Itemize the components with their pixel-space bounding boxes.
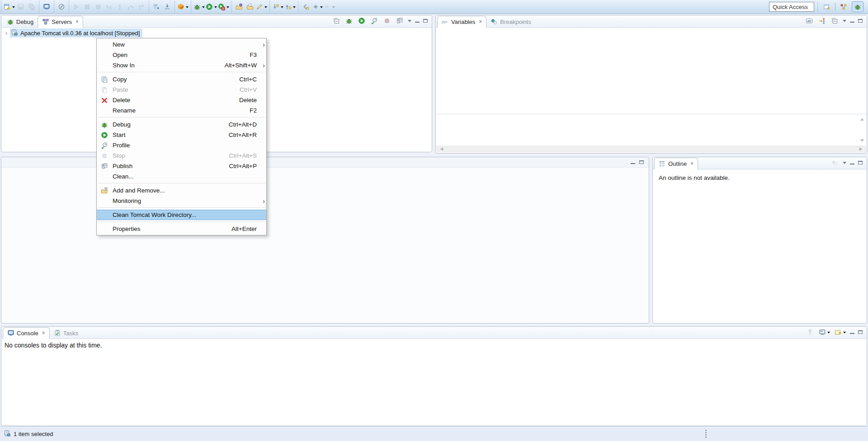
add-remove-icon <box>101 187 108 194</box>
link-with-editor-icon <box>831 159 838 166</box>
menu-item-show-in[interactable]: Show InAlt+Shift+W› <box>97 60 266 70</box>
javaee-perspective-button[interactable] <box>838 2 849 12</box>
back-button[interactable] <box>311 2 323 12</box>
menu-item-properties[interactable]: PropertiesAlt+Enter <box>97 224 266 234</box>
open-console-button[interactable] <box>834 328 846 336</box>
previous-annotation-button[interactable] <box>284 2 296 12</box>
menu-item-clean-tomcat-work-directory[interactable]: Clean Tomcat Work Directory... <box>97 210 266 220</box>
menu-item-profile[interactable]: Profile <box>97 140 266 150</box>
console-view: Console×Tasks No consoles to display at … <box>1 326 867 426</box>
java-cube-button[interactable] <box>177 2 189 12</box>
menu-item-add-and-remove[interactable]: Add and Remove... <box>97 185 266 196</box>
scroll-up-icon[interactable] <box>860 116 864 121</box>
collapse-all-button[interactable] <box>830 17 839 25</box>
menu-item-start[interactable]: StartCtrl+Alt+R <box>97 130 266 140</box>
run-button[interactable] <box>357 17 366 25</box>
menu-item-rename[interactable]: RenameF2 <box>97 105 266 116</box>
dropdown-arrow-icon[interactable] <box>843 332 846 335</box>
quick-access-box[interactable]: Quick Access <box>769 2 814 12</box>
dropdown-arrow-icon[interactable] <box>12 6 15 9</box>
scroll-down-icon[interactable] <box>860 139 864 144</box>
close-tab-icon[interactable]: × <box>42 330 45 336</box>
toolbar-group <box>191 1 231 13</box>
maximize-icon[interactable] <box>858 330 863 334</box>
coverage-button[interactable] <box>217 2 230 12</box>
skip-breakpoints-button[interactable] <box>56 2 67 12</box>
dropdown-arrow-icon[interactable] <box>264 6 267 9</box>
minimize-icon[interactable] <box>631 160 635 164</box>
tab-tasks[interactable]: Tasks <box>50 327 82 339</box>
scroll-left-icon[interactable] <box>439 147 443 151</box>
show-type-names-button[interactable]: ab <box>805 17 814 25</box>
tab-servers[interactable]: Servers× <box>38 16 83 28</box>
collapse-all-button[interactable] <box>332 17 341 25</box>
vertical-scrollbar[interactable] <box>859 116 865 144</box>
maximize-icon[interactable] <box>858 19 863 23</box>
maximize-icon[interactable] <box>639 160 644 164</box>
minimize-icon[interactable] <box>850 19 854 23</box>
minimize-icon[interactable] <box>850 161 854 164</box>
variables-tree-area <box>436 28 866 114</box>
tab-label: Outline <box>668 160 687 167</box>
profile-button[interactable] <box>370 17 379 25</box>
tab-outline[interactable]: Outline× <box>654 158 698 169</box>
view-menu-icon[interactable] <box>843 160 846 166</box>
menu-item-debug[interactable]: DebugCtrl+Alt+D <box>97 119 266 130</box>
scroll-right-icon[interactable] <box>859 147 864 151</box>
open-type-button[interactable] <box>234 2 245 12</box>
tree-row-apache-tomcat[interactable]: › Apache Tomcat v8.0.36 at localhost [St… <box>2 28 431 38</box>
show-logical-structure-button[interactable] <box>817 17 826 25</box>
external-tools-button[interactable] <box>255 2 268 12</box>
dropdown-arrow-icon[interactable] <box>202 6 205 9</box>
drop-to-frame-button[interactable] <box>151 2 162 12</box>
close-tab-icon[interactable]: × <box>479 19 482 24</box>
dropdown-arrow-icon[interactable] <box>226 6 229 9</box>
next-annotation-button[interactable] <box>272 2 284 12</box>
paste-icon <box>101 86 108 94</box>
menu-item-monitoring[interactable]: Monitoring› <box>97 196 266 206</box>
menu-item-open[interactable]: OpenF3 <box>97 50 266 60</box>
tab-debug[interactable]: Debug <box>3 16 38 28</box>
display-console-button[interactable] <box>818 328 830 336</box>
menu-item-clean[interactable]: Clean... <box>97 171 266 182</box>
close-tab-icon[interactable]: × <box>690 161 693 166</box>
tab-variables[interactable]: (x)=Variables× <box>437 16 486 28</box>
view-menu-icon[interactable] <box>408 18 411 24</box>
expand-arrow-icon[interactable]: › <box>3 29 10 37</box>
menu-item-copy[interactable]: CopyCtrl+C <box>97 74 266 84</box>
publish-button[interactable] <box>395 17 404 25</box>
selected-server-item[interactable]: Apache Tomcat v8.0.36 at localhost [Stop… <box>10 28 142 38</box>
run-button[interactable] <box>205 2 217 12</box>
new-wizard-button[interactable] <box>3 2 15 12</box>
menu-item-delete[interactable]: DeleteDelete <box>97 95 266 105</box>
menu-item-new[interactable]: New› <box>97 39 266 50</box>
minimize-icon[interactable] <box>415 19 420 23</box>
console-view-button[interactable] <box>41 2 52 12</box>
dropdown-arrow-icon[interactable] <box>186 6 189 9</box>
step-filters-button[interactable] <box>162 2 173 12</box>
debug-button[interactable] <box>193 2 205 12</box>
horizontal-scrollbar[interactable] <box>436 145 866 153</box>
last-edit-location-button[interactable] <box>300 2 311 12</box>
menu-item-publish[interactable]: PublishCtrl+Alt+P <box>97 161 266 171</box>
dropdown-arrow-icon[interactable] <box>293 6 296 9</box>
open-perspective-button[interactable] <box>821 2 832 12</box>
open-resource-button[interactable] <box>245 2 255 12</box>
disconnect-icon <box>105 3 113 10</box>
dropdown-arrow-icon[interactable] <box>281 6 283 9</box>
maximize-icon[interactable] <box>858 161 863 164</box>
debug-button[interactable] <box>344 17 354 25</box>
close-tab-icon[interactable]: × <box>75 19 79 24</box>
tab-breakpoints[interactable]: Breakpoints <box>486 16 535 28</box>
toolbar-group <box>1 1 39 13</box>
dropdown-arrow-icon[interactable] <box>827 332 830 335</box>
tab-console[interactable]: Console× <box>3 327 50 339</box>
dropdown-arrow-icon[interactable] <box>320 6 323 9</box>
maximize-icon[interactable] <box>423 19 428 23</box>
minimize-icon[interactable] <box>850 330 854 334</box>
view-menu-icon[interactable] <box>843 18 846 24</box>
stop-pink-button[interactable] <box>382 17 392 25</box>
debug-perspective-button[interactable] <box>852 1 863 12</box>
tab-label: Servers <box>52 19 72 25</box>
dropdown-arrow-icon[interactable] <box>214 6 217 9</box>
